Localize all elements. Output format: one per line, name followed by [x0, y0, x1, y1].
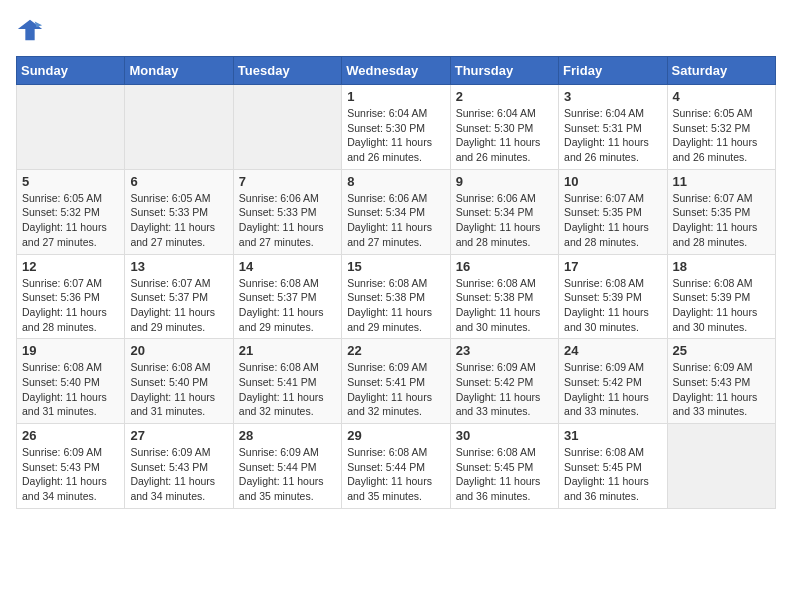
day-info: Sunrise: 6:06 AM Sunset: 5:33 PM Dayligh… [239, 191, 336, 250]
day-cell: 16Sunrise: 6:08 AM Sunset: 5:38 PM Dayli… [450, 254, 558, 339]
week-row-0: 1Sunrise: 6:04 AM Sunset: 5:30 PM Daylig… [17, 85, 776, 170]
day-number: 9 [456, 174, 553, 189]
day-info: Sunrise: 6:07 AM Sunset: 5:35 PM Dayligh… [564, 191, 661, 250]
day-cell: 12Sunrise: 6:07 AM Sunset: 5:36 PM Dayli… [17, 254, 125, 339]
day-number: 17 [564, 259, 661, 274]
day-cell: 2Sunrise: 6:04 AM Sunset: 5:30 PM Daylig… [450, 85, 558, 170]
calendar-header: SundayMondayTuesdayWednesdayThursdayFrid… [17, 57, 776, 85]
day-cell: 8Sunrise: 6:06 AM Sunset: 5:34 PM Daylig… [342, 169, 450, 254]
day-info: Sunrise: 6:08 AM Sunset: 5:39 PM Dayligh… [564, 276, 661, 335]
day-cell: 18Sunrise: 6:08 AM Sunset: 5:39 PM Dayli… [667, 254, 775, 339]
day-info: Sunrise: 6:08 AM Sunset: 5:39 PM Dayligh… [673, 276, 770, 335]
day-info: Sunrise: 6:06 AM Sunset: 5:34 PM Dayligh… [347, 191, 444, 250]
day-info: Sunrise: 6:08 AM Sunset: 5:37 PM Dayligh… [239, 276, 336, 335]
day-info: Sunrise: 6:05 AM Sunset: 5:32 PM Dayligh… [673, 106, 770, 165]
week-row-1: 5Sunrise: 6:05 AM Sunset: 5:32 PM Daylig… [17, 169, 776, 254]
day-header-monday: Monday [125, 57, 233, 85]
day-cell: 23Sunrise: 6:09 AM Sunset: 5:42 PM Dayli… [450, 339, 558, 424]
week-row-4: 26Sunrise: 6:09 AM Sunset: 5:43 PM Dayli… [17, 424, 776, 509]
day-info: Sunrise: 6:07 AM Sunset: 5:36 PM Dayligh… [22, 276, 119, 335]
day-number: 13 [130, 259, 227, 274]
day-number: 10 [564, 174, 661, 189]
day-header-friday: Friday [559, 57, 667, 85]
day-number: 18 [673, 259, 770, 274]
day-cell: 3Sunrise: 6:04 AM Sunset: 5:31 PM Daylig… [559, 85, 667, 170]
day-info: Sunrise: 6:08 AM Sunset: 5:45 PM Dayligh… [564, 445, 661, 504]
day-info: Sunrise: 6:04 AM Sunset: 5:30 PM Dayligh… [347, 106, 444, 165]
day-number: 27 [130, 428, 227, 443]
day-cell [667, 424, 775, 509]
day-cell: 17Sunrise: 6:08 AM Sunset: 5:39 PM Dayli… [559, 254, 667, 339]
day-info: Sunrise: 6:04 AM Sunset: 5:30 PM Dayligh… [456, 106, 553, 165]
day-info: Sunrise: 6:05 AM Sunset: 5:33 PM Dayligh… [130, 191, 227, 250]
day-cell: 21Sunrise: 6:08 AM Sunset: 5:41 PM Dayli… [233, 339, 341, 424]
day-cell: 10Sunrise: 6:07 AM Sunset: 5:35 PM Dayli… [559, 169, 667, 254]
day-number: 2 [456, 89, 553, 104]
day-info: Sunrise: 6:08 AM Sunset: 5:41 PM Dayligh… [239, 360, 336, 419]
day-header-wednesday: Wednesday [342, 57, 450, 85]
day-cell: 30Sunrise: 6:08 AM Sunset: 5:45 PM Dayli… [450, 424, 558, 509]
day-info: Sunrise: 6:08 AM Sunset: 5:38 PM Dayligh… [347, 276, 444, 335]
day-number: 22 [347, 343, 444, 358]
day-number: 23 [456, 343, 553, 358]
day-info: Sunrise: 6:09 AM Sunset: 5:42 PM Dayligh… [456, 360, 553, 419]
day-cell: 31Sunrise: 6:08 AM Sunset: 5:45 PM Dayli… [559, 424, 667, 509]
day-cell: 26Sunrise: 6:09 AM Sunset: 5:43 PM Dayli… [17, 424, 125, 509]
day-info: Sunrise: 6:05 AM Sunset: 5:32 PM Dayligh… [22, 191, 119, 250]
page-header [16, 16, 776, 44]
day-number: 5 [22, 174, 119, 189]
day-info: Sunrise: 6:09 AM Sunset: 5:44 PM Dayligh… [239, 445, 336, 504]
day-cell: 25Sunrise: 6:09 AM Sunset: 5:43 PM Dayli… [667, 339, 775, 424]
logo [16, 16, 48, 44]
day-info: Sunrise: 6:09 AM Sunset: 5:43 PM Dayligh… [673, 360, 770, 419]
day-number: 16 [456, 259, 553, 274]
day-cell: 6Sunrise: 6:05 AM Sunset: 5:33 PM Daylig… [125, 169, 233, 254]
day-cell: 11Sunrise: 6:07 AM Sunset: 5:35 PM Dayli… [667, 169, 775, 254]
day-info: Sunrise: 6:08 AM Sunset: 5:45 PM Dayligh… [456, 445, 553, 504]
day-number: 20 [130, 343, 227, 358]
day-header-tuesday: Tuesday [233, 57, 341, 85]
day-number: 12 [22, 259, 119, 274]
day-cell: 28Sunrise: 6:09 AM Sunset: 5:44 PM Dayli… [233, 424, 341, 509]
day-number: 14 [239, 259, 336, 274]
day-header-saturday: Saturday [667, 57, 775, 85]
week-row-3: 19Sunrise: 6:08 AM Sunset: 5:40 PM Dayli… [17, 339, 776, 424]
day-cell: 9Sunrise: 6:06 AM Sunset: 5:34 PM Daylig… [450, 169, 558, 254]
day-number: 6 [130, 174, 227, 189]
day-number: 1 [347, 89, 444, 104]
day-number: 25 [673, 343, 770, 358]
calendar-table: SundayMondayTuesdayWednesdayThursdayFrid… [16, 56, 776, 509]
header-row: SundayMondayTuesdayWednesdayThursdayFrid… [17, 57, 776, 85]
day-cell [17, 85, 125, 170]
day-number: 15 [347, 259, 444, 274]
week-row-2: 12Sunrise: 6:07 AM Sunset: 5:36 PM Dayli… [17, 254, 776, 339]
day-info: Sunrise: 6:08 AM Sunset: 5:40 PM Dayligh… [22, 360, 119, 419]
day-info: Sunrise: 6:07 AM Sunset: 5:37 PM Dayligh… [130, 276, 227, 335]
day-number: 24 [564, 343, 661, 358]
svg-marker-0 [18, 20, 42, 41]
day-number: 19 [22, 343, 119, 358]
day-number: 28 [239, 428, 336, 443]
day-cell: 29Sunrise: 6:08 AM Sunset: 5:44 PM Dayli… [342, 424, 450, 509]
day-header-sunday: Sunday [17, 57, 125, 85]
day-info: Sunrise: 6:09 AM Sunset: 5:43 PM Dayligh… [22, 445, 119, 504]
day-cell: 7Sunrise: 6:06 AM Sunset: 5:33 PM Daylig… [233, 169, 341, 254]
day-cell: 24Sunrise: 6:09 AM Sunset: 5:42 PM Dayli… [559, 339, 667, 424]
day-cell: 14Sunrise: 6:08 AM Sunset: 5:37 PM Dayli… [233, 254, 341, 339]
day-cell: 13Sunrise: 6:07 AM Sunset: 5:37 PM Dayli… [125, 254, 233, 339]
day-info: Sunrise: 6:09 AM Sunset: 5:41 PM Dayligh… [347, 360, 444, 419]
day-number: 21 [239, 343, 336, 358]
day-cell: 22Sunrise: 6:09 AM Sunset: 5:41 PM Dayli… [342, 339, 450, 424]
day-number: 31 [564, 428, 661, 443]
day-info: Sunrise: 6:06 AM Sunset: 5:34 PM Dayligh… [456, 191, 553, 250]
day-number: 7 [239, 174, 336, 189]
logo-icon [16, 16, 44, 44]
day-cell: 4Sunrise: 6:05 AM Sunset: 5:32 PM Daylig… [667, 85, 775, 170]
day-info: Sunrise: 6:07 AM Sunset: 5:35 PM Dayligh… [673, 191, 770, 250]
day-cell [125, 85, 233, 170]
day-info: Sunrise: 6:09 AM Sunset: 5:43 PM Dayligh… [130, 445, 227, 504]
day-number: 11 [673, 174, 770, 189]
day-cell: 15Sunrise: 6:08 AM Sunset: 5:38 PM Dayli… [342, 254, 450, 339]
day-info: Sunrise: 6:09 AM Sunset: 5:42 PM Dayligh… [564, 360, 661, 419]
day-number: 3 [564, 89, 661, 104]
